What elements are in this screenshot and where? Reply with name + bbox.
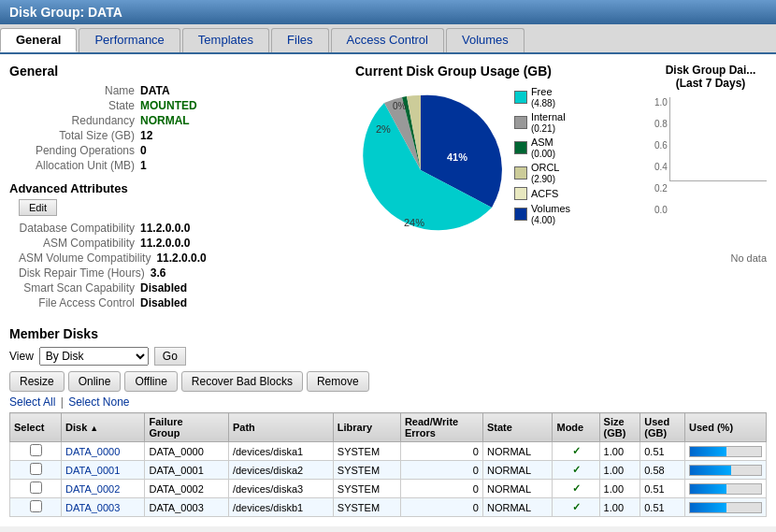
member-disks-section: Member Disks View By Disk By Failure Gro…	[9, 326, 767, 517]
table-row: DATA_0000 DATA_0000 /devices/diska1 SYST…	[10, 442, 767, 461]
tab-access-control[interactable]: Access Control	[331, 28, 444, 52]
used-bar	[689, 446, 762, 457]
advanced-info: Database Compatibility 11.2.0.0.0 ASM Co…	[19, 222, 252, 309]
row-disk: DATA_0003	[62, 498, 145, 517]
col-used-pct: Used (%)	[685, 413, 767, 442]
used-bar-fill	[690, 503, 726, 512]
row-library: SYSTEM	[333, 442, 400, 461]
row-path: /devices/diska3	[228, 480, 333, 498]
y-axis: 1.0 0.8 0.6 0.4 0.2 0.0	[654, 97, 668, 215]
row-check[interactable]	[10, 442, 62, 461]
select-none-link[interactable]: Select None	[68, 395, 129, 409]
legend-item-acfs: ACFS	[514, 187, 570, 200]
view-select[interactable]: By Disk By Failure Group	[39, 347, 149, 366]
row-mode: ✓	[553, 480, 599, 498]
row-used-pct	[685, 461, 767, 480]
general-info: Name DATA State MOUNTED Redundancy NORMA…	[19, 84, 252, 172]
select-all-link[interactable]: Select All	[9, 395, 55, 409]
offline-button[interactable]: Offline	[124, 371, 177, 392]
chart-title: Current Disk Group Usage (GB)	[252, 64, 654, 79]
tab-general[interactable]: General	[0, 28, 77, 52]
row-state: NORMAL	[482, 480, 553, 498]
alloc-unit-label: Allocation Unit (MB)	[19, 159, 140, 172]
row-size: 1.00	[599, 480, 640, 498]
total-size-label: Total Size (GB)	[19, 129, 140, 142]
row-check[interactable]	[10, 498, 62, 517]
legend-item-internal: Internal(0.21)	[514, 111, 570, 134]
row-used: 0.51	[640, 498, 685, 517]
row-library: SYSTEM	[333, 498, 400, 517]
view-label: View	[9, 350, 34, 363]
tab-bar: GeneralPerformanceTemplatesFilesAccess C…	[0, 24, 776, 54]
col-disk[interactable]: Disk ▲	[62, 413, 145, 442]
go-button[interactable]: Go	[154, 347, 186, 366]
resize-button[interactable]: Resize	[9, 371, 65, 392]
tab-files[interactable]: Files	[271, 28, 328, 52]
tab-performance[interactable]: Performance	[79, 28, 180, 52]
row-failure-group: DATA_0001	[145, 461, 228, 480]
remove-button[interactable]: Remove	[307, 371, 369, 392]
col-size: Size(GB)	[599, 413, 640, 442]
smart-scan-label: Smart Scan Capability	[19, 281, 140, 295]
action-buttons: Resize Online Offline Recover Bad Blocks…	[9, 371, 767, 392]
row-size: 1.00	[599, 498, 640, 517]
row-path: /devices/diska2	[228, 461, 333, 480]
edit-button[interactable]: Edit	[19, 199, 57, 216]
row-size: 1.00	[599, 442, 640, 461]
col-select: Select	[10, 413, 62, 442]
row-used: 0.58	[640, 461, 685, 480]
name-label: Name	[19, 84, 140, 97]
col-rw-errors: Read/WriteErrors	[400, 413, 482, 442]
advanced-section-title: Advanced Attributes	[9, 181, 252, 195]
pie-label-zero: 0%	[393, 101, 407, 111]
state-value: MOUNTED	[140, 99, 197, 112]
row-state: NORMAL	[482, 498, 553, 517]
table-row: DATA_0003 DATA_0003 /devices/diskb1 SYST…	[10, 498, 767, 517]
row-rw-errors: 0	[400, 498, 482, 517]
row-check[interactable]	[10, 461, 62, 480]
db-compat-label: Database Compatibility	[19, 222, 140, 235]
file-access-label: File Access Control	[19, 296, 140, 309]
mode-check-icon: ✓	[572, 501, 581, 512]
legend-label-internal: Internal(0.21)	[531, 111, 566, 134]
asm-vol-compat-value: 11.2.0.0.0	[156, 252, 206, 265]
pie-label-free: 41%	[447, 151, 467, 163]
disk-link[interactable]: DATA_0000	[65, 446, 120, 457]
no-data-label: No data	[654, 252, 767, 264]
row-rw-errors: 0	[400, 461, 482, 480]
smart-scan-value: Disabled	[140, 281, 187, 295]
main-content: General Name DATA State MOUNTED Redundan…	[0, 54, 776, 526]
row-rw-errors: 0	[400, 480, 482, 498]
table-row: DATA_0001 DATA_0001 /devices/diska2 SYST…	[10, 461, 767, 480]
tab-volumes[interactable]: Volumes	[446, 28, 525, 52]
disk-link[interactable]: DATA_0001	[65, 465, 120, 476]
disk-link[interactable]: DATA_0003	[65, 502, 120, 513]
online-button[interactable]: Online	[68, 371, 122, 392]
used-bar-fill	[690, 484, 726, 494]
row-size: 1.00	[599, 461, 640, 480]
legend-label-free: Free(4.88)	[531, 86, 555, 108]
center-panel: Current Disk Group Usage (GB) 41%	[252, 64, 654, 319]
legend-label-orcl: ORCL(2.90)	[531, 162, 560, 184]
legend-color-volumes	[514, 208, 527, 221]
left-panel: General Name DATA State MOUNTED Redundan…	[9, 64, 252, 319]
recover-bad-blocks-button[interactable]: Recover Bad Blocks	[181, 371, 303, 392]
row-rw-errors: 0	[400, 442, 482, 461]
col-failure-group: FailureGroup	[145, 413, 228, 442]
tab-templates[interactable]: Templates	[182, 28, 269, 52]
legend-color-orcl	[514, 166, 527, 180]
row-used-pct	[685, 498, 767, 517]
used-bar	[689, 502, 762, 513]
row-check[interactable]	[10, 480, 62, 498]
used-bar	[689, 483, 762, 495]
view-row: View By Disk By Failure Group Go	[9, 347, 767, 366]
right-chart-title: Disk Group Dai...(Last 7 Days)	[654, 64, 767, 90]
title-bar: Disk Group: DATA	[0, 0, 776, 24]
row-library: SYSTEM	[333, 461, 400, 480]
pie-label-internal: 2%	[376, 123, 391, 135]
row-state: NORMAL	[482, 442, 553, 461]
db-compat-value: 11.2.0.0.0	[140, 222, 190, 235]
disk-link[interactable]: DATA_0002	[65, 483, 120, 495]
col-mode: Mode	[553, 413, 599, 442]
mode-check-icon: ✓	[572, 464, 581, 475]
